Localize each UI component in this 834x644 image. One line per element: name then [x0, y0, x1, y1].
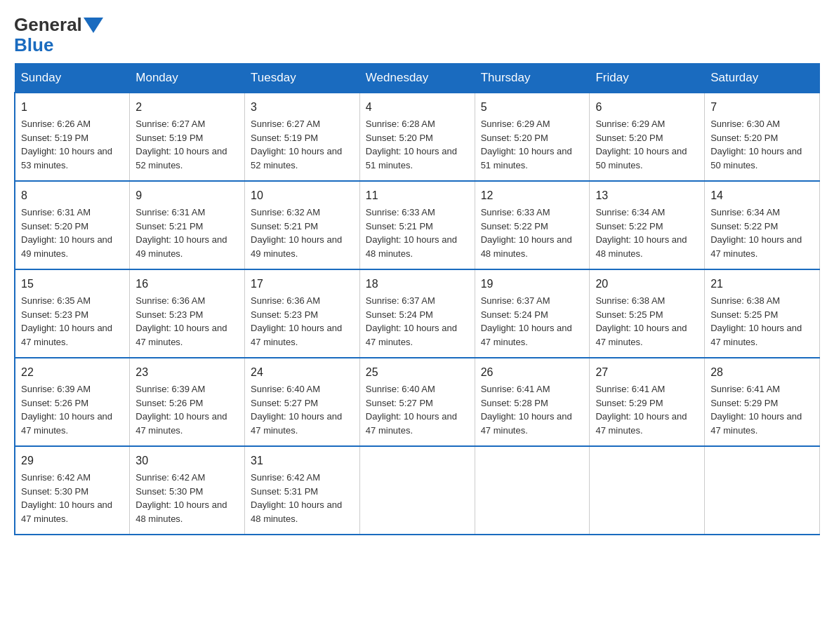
day-info: Sunrise: 6:38 AMSunset: 5:25 PMDaylight:… [710, 294, 814, 349]
calendar-cell: 6Sunrise: 6:29 AMSunset: 5:20 PMDaylight… [590, 93, 705, 181]
day-number: 26 [481, 364, 584, 381]
day-number: 15 [21, 276, 124, 293]
day-number: 7 [710, 99, 814, 116]
day-info: Sunrise: 6:29 AMSunset: 5:20 PMDaylight:… [595, 117, 699, 172]
day-info: Sunrise: 6:37 AMSunset: 5:24 PMDaylight:… [366, 294, 469, 349]
day-info: Sunrise: 6:27 AMSunset: 5:19 PMDaylight:… [251, 117, 354, 172]
day-info: Sunrise: 6:31 AMSunset: 5:21 PMDaylight:… [135, 206, 239, 260]
day-number: 30 [135, 452, 239, 469]
calendar-cell [359, 446, 475, 535]
calendar-week-row: 1Sunrise: 6:26 AMSunset: 5:19 PMDaylight… [15, 93, 820, 181]
day-info: Sunrise: 6:30 AMSunset: 5:20 PMDaylight:… [710, 117, 814, 172]
page-header: General Blue [14, 14, 820, 56]
calendar-cell: 1Sunrise: 6:26 AMSunset: 5:19 PMDaylight… [15, 93, 130, 181]
day-number: 3 [251, 99, 354, 116]
day-info: Sunrise: 6:37 AMSunset: 5:24 PMDaylight:… [481, 294, 584, 349]
day-number: 8 [21, 187, 124, 204]
calendar-cell: 17Sunrise: 6:36 AMSunset: 5:23 PMDayligh… [245, 269, 360, 358]
day-info: Sunrise: 6:31 AMSunset: 5:20 PMDaylight:… [21, 206, 124, 260]
day-info: Sunrise: 6:41 AMSunset: 5:28 PMDaylight:… [481, 382, 584, 437]
calendar-week-row: 22Sunrise: 6:39 AMSunset: 5:26 PMDayligh… [15, 358, 820, 446]
logo-triangle-icon [84, 18, 103, 33]
calendar-cell: 28Sunrise: 6:41 AMSunset: 5:29 PMDayligh… [705, 358, 820, 446]
calendar-cell: 19Sunrise: 6:37 AMSunset: 5:24 PMDayligh… [475, 269, 590, 358]
logo: General Blue [14, 14, 103, 56]
day-info: Sunrise: 6:26 AMSunset: 5:19 PMDaylight:… [21, 117, 124, 172]
calendar-cell: 21Sunrise: 6:38 AMSunset: 5:25 PMDayligh… [705, 269, 820, 358]
calendar-cell: 14Sunrise: 6:34 AMSunset: 5:22 PMDayligh… [705, 181, 820, 269]
day-number: 23 [135, 364, 239, 381]
day-number: 5 [481, 99, 584, 116]
header-day-sunday: Sunday [15, 64, 130, 93]
day-number: 25 [366, 364, 469, 381]
day-number: 13 [595, 187, 699, 204]
calendar-cell: 13Sunrise: 6:34 AMSunset: 5:22 PMDayligh… [590, 181, 705, 269]
day-info: Sunrise: 6:29 AMSunset: 5:20 PMDaylight:… [481, 117, 584, 172]
day-info: Sunrise: 6:42 AMSunset: 5:30 PMDaylight:… [135, 471, 239, 525]
day-number: 1 [21, 99, 124, 116]
day-number: 4 [366, 99, 469, 116]
day-number: 17 [251, 276, 354, 293]
calendar-week-row: 15Sunrise: 6:35 AMSunset: 5:23 PMDayligh… [15, 269, 820, 358]
calendar-cell [705, 446, 820, 535]
calendar-cell: 9Sunrise: 6:31 AMSunset: 5:21 PMDaylight… [130, 181, 245, 269]
day-number: 16 [135, 276, 239, 293]
logo-blue-text: Blue [14, 34, 53, 56]
day-number: 9 [135, 187, 239, 204]
calendar-week-row: 8Sunrise: 6:31 AMSunset: 5:20 PMDaylight… [15, 181, 820, 269]
day-info: Sunrise: 6:40 AMSunset: 5:27 PMDaylight:… [251, 382, 354, 437]
day-number: 2 [135, 99, 239, 116]
calendar-cell: 31Sunrise: 6:42 AMSunset: 5:31 PMDayligh… [245, 446, 360, 535]
day-info: Sunrise: 6:35 AMSunset: 5:23 PMDaylight:… [21, 294, 124, 349]
day-info: Sunrise: 6:39 AMSunset: 5:26 PMDaylight:… [135, 382, 239, 437]
day-info: Sunrise: 6:41 AMSunset: 5:29 PMDaylight:… [710, 382, 814, 437]
day-number: 6 [595, 99, 699, 116]
day-info: Sunrise: 6:39 AMSunset: 5:26 PMDaylight:… [21, 382, 124, 437]
header-day-friday: Friday [590, 64, 705, 93]
day-info: Sunrise: 6:41 AMSunset: 5:29 PMDaylight:… [595, 382, 699, 437]
calendar-cell: 7Sunrise: 6:30 AMSunset: 5:20 PMDaylight… [705, 93, 820, 181]
day-number: 28 [710, 364, 814, 381]
day-info: Sunrise: 6:38 AMSunset: 5:25 PMDaylight:… [595, 294, 699, 349]
calendar-cell: 2Sunrise: 6:27 AMSunset: 5:19 PMDaylight… [130, 93, 245, 181]
calendar-table: SundayMondayTuesdayWednesdayThursdayFrid… [14, 63, 820, 535]
calendar-cell: 18Sunrise: 6:37 AMSunset: 5:24 PMDayligh… [359, 269, 475, 358]
calendar-cell: 25Sunrise: 6:40 AMSunset: 5:27 PMDayligh… [359, 358, 475, 446]
calendar-header-row: SundayMondayTuesdayWednesdayThursdayFrid… [15, 64, 820, 93]
day-info: Sunrise: 6:40 AMSunset: 5:27 PMDaylight:… [366, 382, 469, 437]
calendar-cell [590, 446, 705, 535]
day-number: 31 [251, 452, 354, 469]
calendar-cell: 5Sunrise: 6:29 AMSunset: 5:20 PMDaylight… [475, 93, 590, 181]
calendar-cell: 4Sunrise: 6:28 AMSunset: 5:20 PMDaylight… [359, 93, 475, 181]
logo-general-text: General [14, 14, 82, 36]
day-number: 21 [710, 276, 814, 293]
calendar-cell: 10Sunrise: 6:32 AMSunset: 5:21 PMDayligh… [245, 181, 360, 269]
day-number: 22 [21, 364, 124, 381]
day-info: Sunrise: 6:34 AMSunset: 5:22 PMDaylight:… [595, 206, 699, 260]
day-number: 14 [710, 187, 814, 204]
calendar-cell: 11Sunrise: 6:33 AMSunset: 5:21 PMDayligh… [359, 181, 475, 269]
day-number: 27 [595, 364, 699, 381]
calendar-cell: 8Sunrise: 6:31 AMSunset: 5:20 PMDaylight… [15, 181, 130, 269]
day-number: 11 [366, 187, 469, 204]
day-info: Sunrise: 6:34 AMSunset: 5:22 PMDaylight:… [710, 206, 814, 260]
day-number: 12 [481, 187, 584, 204]
day-number: 10 [251, 187, 354, 204]
header-day-saturday: Saturday [705, 64, 820, 93]
day-info: Sunrise: 6:42 AMSunset: 5:31 PMDaylight:… [251, 471, 354, 525]
header-day-tuesday: Tuesday [245, 64, 360, 93]
calendar-cell: 22Sunrise: 6:39 AMSunset: 5:26 PMDayligh… [15, 358, 130, 446]
calendar-cell: 27Sunrise: 6:41 AMSunset: 5:29 PMDayligh… [590, 358, 705, 446]
calendar-cell: 24Sunrise: 6:40 AMSunset: 5:27 PMDayligh… [245, 358, 360, 446]
calendar-cell: 3Sunrise: 6:27 AMSunset: 5:19 PMDaylight… [245, 93, 360, 181]
calendar-cell [475, 446, 590, 535]
calendar-cell: 20Sunrise: 6:38 AMSunset: 5:25 PMDayligh… [590, 269, 705, 358]
calendar-cell: 23Sunrise: 6:39 AMSunset: 5:26 PMDayligh… [130, 358, 245, 446]
day-info: Sunrise: 6:36 AMSunset: 5:23 PMDaylight:… [135, 294, 239, 349]
day-number: 20 [595, 276, 699, 293]
day-info: Sunrise: 6:36 AMSunset: 5:23 PMDaylight:… [251, 294, 354, 349]
day-info: Sunrise: 6:33 AMSunset: 5:22 PMDaylight:… [481, 206, 584, 260]
day-info: Sunrise: 6:42 AMSunset: 5:30 PMDaylight:… [21, 471, 124, 525]
header-day-monday: Monday [130, 64, 245, 93]
day-number: 19 [481, 276, 584, 293]
